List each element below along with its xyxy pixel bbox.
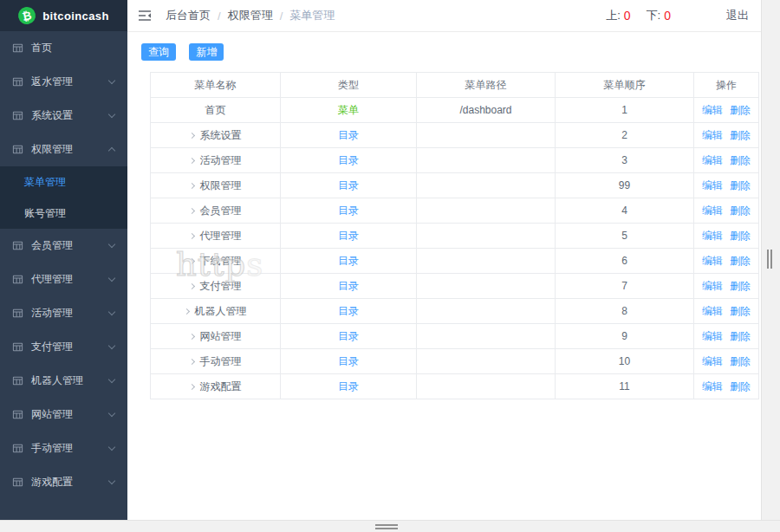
delete-link[interactable]: 删除 xyxy=(730,330,751,342)
add-button[interactable]: 新增 xyxy=(189,43,224,61)
edit-link[interactable]: 编辑 xyxy=(702,129,723,141)
chevron-right-icon[interactable] xyxy=(188,358,194,364)
edit-link[interactable]: 编辑 xyxy=(702,255,723,267)
delete-link[interactable]: 删除 xyxy=(730,104,751,116)
cell-order: 3 xyxy=(556,148,694,173)
chevron-up-icon xyxy=(108,147,115,154)
sidebar-item-payment[interactable]: 支付管理 xyxy=(0,330,127,364)
edit-link[interactable]: 编辑 xyxy=(702,280,723,292)
table-grid-icon xyxy=(12,308,23,319)
sidebar-item-game-config[interactable]: 游戏配置 xyxy=(0,465,127,499)
delete-link[interactable]: 删除 xyxy=(730,355,751,367)
table-grid-icon xyxy=(12,443,23,454)
sidebar-item-label: 首页 xyxy=(31,41,52,55)
cell-menu-name: 手动管理 xyxy=(151,349,281,374)
cell-path xyxy=(417,198,556,224)
cell-path xyxy=(417,224,556,249)
chevron-right-icon[interactable] xyxy=(188,333,194,339)
delete-link[interactable]: 删除 xyxy=(730,380,751,393)
edit-link[interactable]: 编辑 xyxy=(702,355,723,367)
cell-actions: 编辑删除 xyxy=(694,98,759,123)
type-label: 目录 xyxy=(338,330,359,342)
logout-button[interactable]: 退出 xyxy=(726,8,749,23)
sidebar-item-label: 机器人管理 xyxy=(31,373,83,388)
chevron-right-icon[interactable] xyxy=(183,308,189,314)
chevron-down-icon xyxy=(108,241,115,248)
cell-order: 10 xyxy=(556,349,694,374)
delete-link[interactable]: 删除 xyxy=(730,255,751,267)
column-header: 操作 xyxy=(694,73,759,98)
chevron-right-icon[interactable] xyxy=(188,207,194,213)
cell-type: 目录 xyxy=(281,374,417,399)
menu-fold-icon[interactable] xyxy=(138,10,152,22)
toolbar: 查询 新增 xyxy=(127,32,761,61)
chevron-down-icon xyxy=(108,275,115,282)
chevron-right-icon[interactable] xyxy=(188,257,194,263)
type-label: 目录 xyxy=(338,230,359,242)
sidebar-item-label: 会员管理 xyxy=(31,238,73,253)
sidebar-item-permission[interactable]: 权限管理 xyxy=(0,133,127,166)
type-label: 目录 xyxy=(338,179,359,191)
edit-link[interactable]: 编辑 xyxy=(702,380,723,393)
sidebar-subitem-menu-management[interactable]: 菜单管理 xyxy=(0,166,127,198)
delete-link[interactable]: 删除 xyxy=(730,280,751,292)
sidebar-item-robot[interactable]: 机器人管理 xyxy=(0,364,127,398)
edit-link[interactable]: 编辑 xyxy=(702,204,723,217)
cell-order: 9 xyxy=(556,324,694,349)
sidebar-item-label: 返水管理 xyxy=(31,75,73,89)
delete-link[interactable]: 删除 xyxy=(730,230,751,242)
sidebar-item-member[interactable]: 会员管理 xyxy=(0,229,127,263)
cell-actions: 编辑删除 xyxy=(694,224,759,249)
sidebar-item-home[interactable]: 首页 xyxy=(0,31,127,65)
delete-link[interactable]: 删除 xyxy=(730,154,751,166)
down-value: 0 xyxy=(664,9,671,23)
cell-type: 目录 xyxy=(281,224,417,249)
sidebar-item-website[interactable]: 网站管理 xyxy=(0,398,127,431)
sidebar-item-rebate[interactable]: 返水管理 xyxy=(0,65,127,99)
sidebar-item-system-settings[interactable]: 系统设置 xyxy=(0,99,127,133)
sidebar-item-manual[interactable]: 手动管理 xyxy=(0,431,127,465)
chevron-right-icon[interactable] xyxy=(188,282,194,289)
edit-link[interactable]: 编辑 xyxy=(702,330,723,342)
edit-link[interactable]: 编辑 xyxy=(702,154,723,166)
sidebar-item-activity[interactable]: 活动管理 xyxy=(0,296,127,330)
cell-type: 目录 xyxy=(281,324,417,349)
query-button[interactable]: 查询 xyxy=(141,43,176,61)
vertical-scrollbar-thumb[interactable] xyxy=(767,250,769,269)
table-grid-icon xyxy=(12,144,23,155)
edit-link[interactable]: 编辑 xyxy=(702,179,723,191)
main-content: 查询 新增 菜单名称类型菜单路径菜单顺序操作 首页菜单/dashboard1编辑… xyxy=(127,32,761,520)
table-row: 权限管理目录99编辑删除 xyxy=(151,173,759,198)
delete-link[interactable]: 删除 xyxy=(730,305,751,317)
chevron-right-icon[interactable] xyxy=(188,383,194,389)
updown-stats: 上: 0 下: 0 xyxy=(606,8,683,23)
edit-link[interactable]: 编辑 xyxy=(702,230,723,242)
top-bar: 后台首页/权限管理/菜单管理 上: 0 下: 0 退出 xyxy=(127,0,761,32)
chevron-right-icon[interactable] xyxy=(188,232,194,238)
sidebar-item-agent[interactable]: 代理管理 xyxy=(0,263,127,296)
column-header: 菜单顺序 xyxy=(556,73,694,98)
chevron-right-icon[interactable] xyxy=(188,132,194,138)
breadcrumb-separator: / xyxy=(280,10,283,23)
delete-link[interactable]: 删除 xyxy=(730,204,751,217)
breadcrumb-item[interactable]: 后台首页 xyxy=(166,8,211,23)
edit-link[interactable]: 编辑 xyxy=(702,305,723,317)
type-label: 目录 xyxy=(338,355,359,367)
horizontal-scrollbar-thumb[interactable] xyxy=(375,524,398,526)
cell-order: 2 xyxy=(556,123,694,148)
delete-link[interactable]: 删除 xyxy=(730,179,751,191)
table-row: 网站管理目录9编辑删除 xyxy=(151,324,759,349)
brand-logo[interactable]: ₿ bitcoincash xyxy=(0,0,127,31)
type-label: 目录 xyxy=(338,305,359,317)
cell-type: 目录 xyxy=(281,173,417,198)
chevron-right-icon[interactable] xyxy=(188,182,194,188)
delete-link[interactable]: 删除 xyxy=(730,129,751,141)
sidebar-subitem-account-management[interactable]: 账号管理 xyxy=(0,198,127,229)
cell-type: 目录 xyxy=(281,349,417,374)
breadcrumb-item[interactable]: 权限管理 xyxy=(228,8,273,23)
chevron-right-icon[interactable] xyxy=(188,157,194,163)
table-grid-icon xyxy=(12,42,23,54)
table-row: 活动管理目录3编辑删除 xyxy=(151,148,759,173)
cell-order: 99 xyxy=(556,173,694,198)
edit-link[interactable]: 编辑 xyxy=(702,104,723,116)
